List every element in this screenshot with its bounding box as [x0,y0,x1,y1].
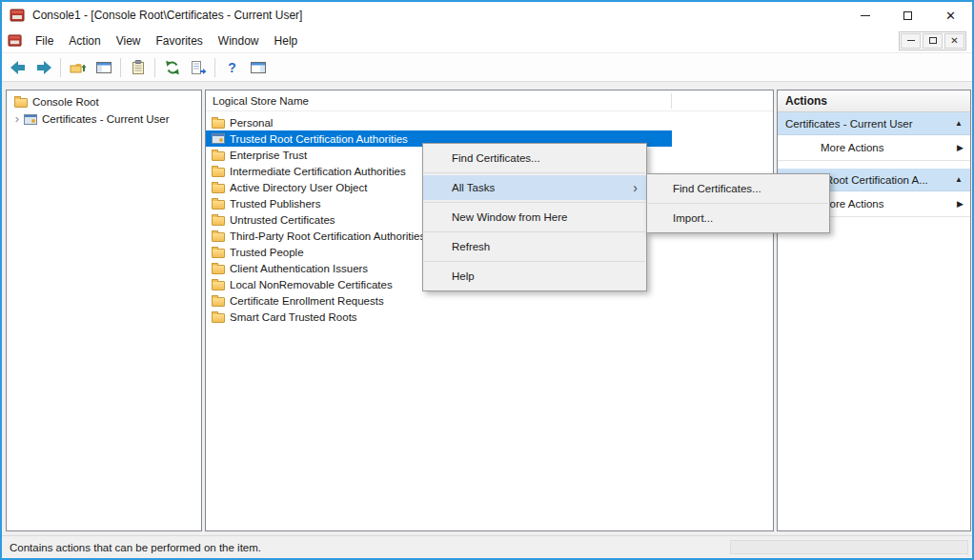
tree-item-label: Console Root [32,96,99,108]
status-text: Contains actions that can be performed o… [10,542,261,553]
context-menu-item-refresh[interactable]: Refresh [423,234,646,259]
list-item-label: Certificate Enrollment Requests [230,295,384,307]
minimize-button[interactable] [843,2,886,29]
context-menu-item-help[interactable]: Help [423,264,646,289]
forward-button[interactable] [31,56,55,79]
folder-icon [212,151,225,161]
console-tree-pane: Console Root › Certificates - Current Us… [6,90,202,531]
toolbar-separator [154,58,155,77]
folder-icon [212,168,225,177]
context-menu-item-new-window-from-here[interactable]: New Window from Here [423,205,646,230]
chevron-right-icon[interactable]: › [10,110,24,128]
show-hide-action-pane-button[interactable] [246,56,270,79]
list-item[interactable]: Personal [206,114,672,130]
folder-icon [212,297,225,307]
list-item-label: Third-Party Root Certification Authoriti… [230,230,425,242]
properties-button[interactable] [126,56,150,79]
folder-icon [212,281,225,290]
refresh-button[interactable] [160,56,184,79]
toolbar-separator [60,58,61,77]
menu-separator [424,202,645,203]
list-item-label: Client Authentication Issuers [230,263,368,274]
menu-view[interactable]: View [109,31,149,50]
menu-file[interactable]: File [28,31,61,50]
folder-icon [212,265,225,274]
back-button[interactable] [6,56,30,79]
child-restore-icon [929,37,937,44]
child-minimize-icon [907,40,915,41]
list-item-label: Active Directory User Object [230,182,367,193]
certificates-store-icon [212,133,225,144]
toolbar: ? [2,53,972,82]
list-item-label: Trusted People [230,247,304,258]
submenu-item-find-certificates[interactable]: Find Certificates... [647,176,829,201]
child-restore-button[interactable] [923,33,943,49]
actions-pane: Actions Certificates - Current User ▲ Mo… [777,90,971,531]
child-close-button[interactable]: ✕ [944,33,964,49]
folder-icon [212,184,225,193]
submenu-item-label: Import... [673,212,713,224]
certificates-store-icon [24,114,37,125]
menu-help[interactable]: Help [267,31,306,50]
window-controls: ✕ [843,2,972,29]
folder-icon [212,249,225,258]
tree-item-label: Certificates - Current User [42,113,170,125]
list-item-label: Personal [230,117,273,129]
section-gap [778,161,970,169]
collapse-section-icon[interactable]: ▲ [955,112,963,135]
collapse-section-icon[interactable]: ▲ [955,169,963,191]
submenu-item-label: Find Certificates... [673,183,761,194]
folder-icon [212,119,225,129]
maximize-icon [903,11,912,20]
title-bar[interactable]: Console1 - [Console Root\Certificates - … [2,2,972,29]
help-button[interactable]: ? [220,56,244,79]
status-panel [730,540,968,554]
child-minimize-button[interactable] [901,33,921,49]
list-item-label: Trusted Publishers [230,198,320,210]
tree-item-certificates-current-user[interactable]: › Certificates - Current User [7,110,201,128]
window-title: Console1 - [Console Root\Certificates - … [32,9,302,22]
column-divider[interactable] [671,93,672,109]
maximize-button[interactable] [886,2,929,29]
minimize-icon [861,15,870,16]
column-header-logical-store-name[interactable]: Logical Store Name [206,90,773,111]
menu-favorites[interactable]: Favorites [149,31,211,50]
context-menu-item-all-tasks[interactable]: All Tasks › [423,175,646,200]
child-window-controls: ✕ [899,31,966,50]
all-tasks-submenu: Find Certificates... Import... [646,173,830,233]
actions-section-certificates-current-user[interactable]: Certificates - Current User ▲ [778,112,970,135]
context-menu-item-find-certificates[interactable]: Find Certificates... [423,146,646,170]
export-list-button[interactable] [186,56,210,79]
menu-window[interactable]: Window [211,31,267,50]
context-menu-item-label: All Tasks [452,182,495,193]
mmc-console-window: Console1 - [Console Root\Certificates - … [0,0,974,560]
more-actions-arrow-icon: ▶ [957,135,964,161]
actions-section-label: Certificates - Current User [785,118,913,130]
menu-separator [648,203,828,204]
list-item-label: Intermediate Certification Authorities [230,166,406,177]
list-item[interactable]: Smart Card Trusted Roots [206,309,672,325]
close-icon: ✕ [945,10,956,22]
actions-pane-title: Actions [778,90,970,112]
list-item-label: Local NonRemovable Certificates [230,279,393,290]
menu-separator [424,261,645,262]
tree-item-console-root[interactable]: Console Root [7,93,201,110]
toolbar-separator [214,58,215,77]
menu-action[interactable]: Action [61,31,108,50]
more-actions-button[interactable]: More Actions ▶ [778,135,970,161]
submenu-item-import[interactable]: Import... [647,206,829,230]
close-button[interactable]: ✕ [929,2,972,29]
context-menu: Find Certificates... All Tasks › New Win… [422,143,647,291]
up-one-level-button[interactable] [66,56,90,79]
context-menu-item-label: Help [452,270,475,282]
folder-icon [212,313,225,323]
folder-icon [212,200,225,210]
show-hide-console-tree-button[interactable] [91,56,115,79]
console-child-icon [8,33,22,48]
submenu-arrow-icon: › [633,175,638,200]
mmc-app-icon [10,8,25,23]
child-close-icon: ✕ [950,35,958,46]
list-item[interactable]: Certificate Enrollment Requests [206,292,672,309]
more-actions-label: More Actions [821,142,883,153]
menu-bar: File Action View Favorites Window Help ✕ [2,29,972,53]
